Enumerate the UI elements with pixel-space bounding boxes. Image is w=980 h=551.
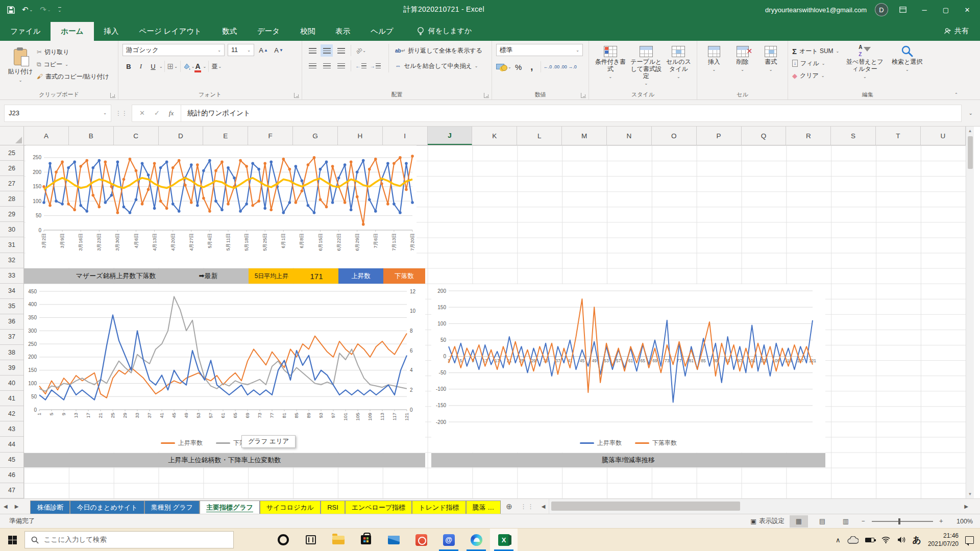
column-header-D[interactable]: D (159, 127, 204, 145)
avg5-value-cell[interactable]: 171 (295, 268, 338, 284)
row-header-28[interactable]: 28 (0, 191, 23, 207)
column-header-J[interactable]: J (428, 127, 473, 145)
insert-function-button[interactable]: fx (169, 109, 174, 117)
row-header-41[interactable]: 41 (0, 391, 23, 406)
minimize-button[interactable]: ─ (914, 0, 935, 19)
sheet-tab-騰落 …[interactable]: 騰落 … (466, 500, 501, 514)
column-header-T[interactable]: T (876, 127, 921, 145)
row-header-47[interactable]: 47 (0, 483, 23, 498)
wrap-text-button[interactable]: ab↵折り返して全体を表示する (395, 44, 482, 57)
restore-button[interactable]: ▢ (935, 0, 957, 19)
fill-color-button[interactable]: ⌄ (182, 60, 195, 72)
account-avatar[interactable]: D (875, 3, 888, 16)
ribbon-tab-データ[interactable]: データ (247, 22, 290, 41)
vertical-scrollbar[interactable]: ▲ ▼ (966, 127, 974, 498)
tab-splitter-handle[interactable]: ⋮⋮ (518, 503, 538, 510)
save-button[interactable] (7, 6, 15, 14)
ribbon-display-options-button[interactable] (892, 0, 914, 19)
taskbar-search-box[interactable]: ここに入力して検索 (24, 531, 234, 548)
sheet-tab-トレンド指標[interactable]: トレンド指標 (412, 500, 465, 514)
tell-me-box[interactable]: 何をしますか (417, 27, 472, 41)
format-as-table-button[interactable]: テーブルとして書式設定⌄ (629, 46, 664, 86)
column-header-K[interactable]: K (472, 127, 517, 145)
column-header-I[interactable]: I (383, 127, 428, 145)
column-header-E[interactable]: E (203, 127, 248, 145)
delete-cells-button[interactable]: ✕ 削除⌄ (730, 46, 755, 72)
display-settings-button[interactable]: ▣表示設定 (750, 517, 785, 525)
decrease-font-button[interactable]: A▼ (273, 44, 285, 56)
phonetic-guide-button[interactable]: 亜⌄ (210, 60, 223, 72)
ribbon-tab-ファイル[interactable]: ファイル (0, 22, 51, 41)
tray-chevron-icon[interactable]: ∧ (836, 536, 841, 544)
sheet-tab-RSI[interactable]: RSI (321, 500, 345, 514)
row-header-40[interactable]: 40 (0, 375, 23, 391)
row-header-39[interactable]: 39 (0, 360, 23, 375)
ribbon-tab-挿入[interactable]: 挿入 (94, 22, 129, 41)
row-header-32[interactable]: 32 (0, 253, 23, 268)
column-header-G[interactable]: G (293, 127, 338, 145)
taskbar-clock[interactable]: 21:46 2021/07/20 (928, 532, 959, 548)
number-dialog-launcher[interactable] (581, 93, 586, 98)
orientation-button[interactable]: ab⌄ (355, 44, 367, 57)
column-header-A[interactable]: A (24, 127, 69, 145)
expand-formula-bar-button[interactable]: ⌄ (962, 110, 980, 116)
ribbon-tab-表示[interactable]: 表示 (325, 22, 360, 41)
avg5-label-cell[interactable]: 5日平均上昇 (249, 268, 295, 284)
taskbar-mail-icon[interactable] (380, 529, 407, 551)
row-header-25[interactable]: 25 (0, 145, 23, 161)
underline-button[interactable]: U (147, 60, 159, 72)
conditional-formatting-button[interactable]: 条件付き書式⌄ (593, 46, 628, 86)
align-bottom-button[interactable] (335, 44, 347, 57)
column-header-B[interactable]: B (69, 127, 114, 145)
ribbon-tab-ヘルプ[interactable]: ヘルプ (360, 22, 404, 41)
wifi-icon[interactable] (881, 536, 891, 543)
redo-button[interactable]: ↷⌄ (40, 5, 51, 14)
zoom-level[interactable]: 100% (949, 518, 973, 525)
paste-button[interactable]: 貼り付け⌄ (4, 44, 37, 88)
font-dialog-launcher[interactable] (294, 93, 299, 98)
align-right-button[interactable] (335, 60, 347, 72)
row-header-26[interactable]: 26 (0, 161, 23, 176)
increase-font-button[interactable]: A▲ (257, 44, 270, 56)
decrease-indent-button[interactable]: ← (355, 60, 367, 72)
row-header-35[interactable]: 35 (0, 299, 23, 314)
sheet-nav-right[interactable]: ▶ (11, 504, 22, 509)
zoom-in-button[interactable]: ＋ (938, 517, 945, 525)
start-button[interactable] (0, 529, 24, 551)
sheet-tab-業種別 グラフ[interactable]: 業種別 グラフ (144, 500, 200, 514)
ime-indicator[interactable]: あ (913, 534, 921, 546)
zoom-out-button[interactable]: － (860, 517, 867, 525)
sheet-tab-サイコロジカル[interactable]: サイコロジカル (260, 500, 321, 514)
cancel-entry-button[interactable]: ✕ (139, 109, 145, 117)
column-header-H[interactable]: H (338, 127, 383, 145)
column-header-L[interactable]: L (517, 127, 562, 145)
battery-icon[interactable] (865, 538, 874, 542)
column-header-P[interactable]: P (697, 127, 742, 145)
cut-button[interactable]: ✂切り取り (37, 46, 109, 58)
vertical-scroll-thumb[interactable] (968, 136, 973, 169)
borders-button[interactable]: ⊞⌄ (166, 60, 179, 72)
align-center-button[interactable] (321, 60, 333, 72)
taskbar-store-icon[interactable] (352, 529, 380, 551)
italic-button[interactable]: I (135, 60, 147, 72)
row-header-30[interactable]: 30 (0, 222, 23, 237)
row45-right-banner[interactable]: 騰落率増減率推移 (431, 453, 825, 467)
taskbar-excel-icon[interactable]: X (490, 529, 518, 551)
new-sheet-button[interactable]: ⊕ (501, 502, 518, 511)
taskbar-atmenu-icon[interactable]: @ (435, 529, 462, 551)
alignment-dialog-launcher[interactable] (484, 93, 489, 98)
account-email[interactable]: dryyourtearswithlove1@gmail.com (765, 6, 867, 14)
font-size-combobox[interactable]: 11⌄ (228, 44, 254, 56)
row-header-34[interactable]: 34 (0, 284, 23, 299)
hscroll-left-arrow[interactable]: ◀ (538, 504, 549, 509)
align-left-button[interactable] (306, 60, 318, 72)
confirm-entry-button[interactable]: ✓ (154, 109, 160, 117)
taskbar-photos-app-icon[interactable] (407, 529, 435, 551)
decline-count-cell[interactable]: 下落数 (383, 268, 425, 284)
row45-left-banner[interactable]: 上昇率上位銘柄数・下降率上位変動数 (24, 453, 425, 467)
column-header-N[interactable]: N (607, 127, 652, 145)
sheet-tab-株価診断[interactable]: 株価診断 (30, 500, 70, 514)
insert-cells-button[interactable]: 挿入⌄ (701, 46, 727, 72)
row33-banner[interactable]: マザーズ銘柄上昇数下落数 ➡最新 5日平均上昇 171 上昇数 下落数 (24, 268, 425, 284)
format-painter-button[interactable]: 🖌書式のコピー/貼り付け (37, 70, 109, 83)
